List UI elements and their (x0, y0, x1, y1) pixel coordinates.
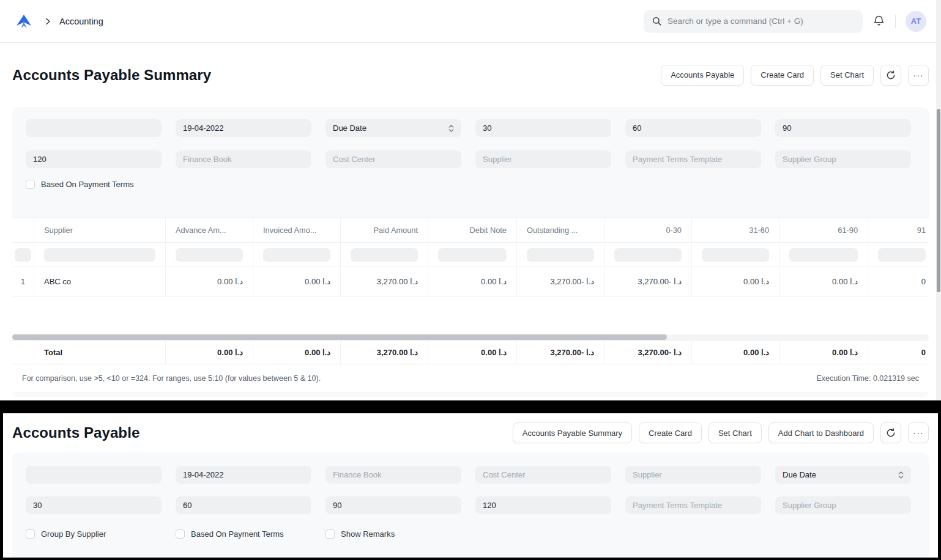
create-card-button[interactable]: Create Card (751, 65, 814, 86)
total-invoiced-amount: 0.00 د.ا (253, 341, 341, 364)
refresh-button[interactable] (880, 65, 901, 86)
filter-company-input[interactable] (26, 466, 162, 484)
filter-range4-input[interactable]: 120 (475, 496, 611, 514)
col-header-paid-amount[interactable]: Paid Amount (341, 218, 428, 242)
app-logo-icon[interactable] (16, 14, 32, 29)
filter-range1-input[interactable]: 30 (475, 119, 611, 137)
filter-payment-terms-template-input[interactable]: Payment Terms Template (625, 496, 761, 514)
column-filter-input[interactable] (351, 248, 418, 262)
scrollbar-thumb[interactable] (12, 334, 667, 340)
horizontal-scrollbar[interactable] (12, 334, 929, 340)
checkbox-box[interactable] (26, 529, 35, 539)
filter-finance-book-input[interactable]: Finance Book (176, 150, 311, 168)
create-card-button[interactable]: Create Card (639, 422, 702, 443)
col-header-advance-amount[interactable]: Advance Am... (166, 218, 253, 242)
page-title: Accounts Payable Summary (12, 67, 211, 84)
cell-outstanding[interactable]: 3,270.00- د.ا (517, 267, 604, 296)
col-header-91[interactable]: 91 (868, 218, 929, 242)
breadcrumb-chevron-icon (45, 18, 51, 25)
cell-0-30[interactable]: 3,270.00- د.ا (604, 267, 692, 296)
filter-ageing-based-on-select[interactable]: Due Date (325, 119, 461, 137)
filter-cost-center-input[interactable]: Cost Center (325, 150, 461, 168)
filter-cost-center-input[interactable]: Cost Center (475, 466, 611, 484)
filter-supplier-group-input[interactable]: Supplier Group (775, 150, 911, 168)
total-debit-note: 0.00 د.ا (428, 341, 517, 364)
cell-91[interactable]: 0 (868, 267, 929, 296)
column-filter-input[interactable] (702, 248, 769, 262)
table-row[interactable]: 1 ABC co 0.00 د.ا 0.00 د.ا 3,270.00 د.ا … (12, 267, 929, 297)
filter-company-input[interactable] (26, 119, 162, 137)
group-by-supplier-checkbox[interactable]: Group By Supplier (26, 529, 176, 539)
checkbox-label: Show Remarks (341, 529, 395, 539)
filter-range3-input[interactable]: 90 (775, 119, 911, 137)
checkbox-box[interactable] (176, 529, 185, 539)
accounts-payable-summary-section: Accounting AT Accounts Payable Summary (0, 0, 941, 400)
show-remarks-checkbox[interactable]: Show Remarks (325, 529, 395, 539)
column-filter-input[interactable] (176, 248, 243, 262)
set-chart-button[interactable]: Set Chart (709, 422, 762, 443)
based-on-payment-terms-checkbox[interactable]: Based On Payment Terms (26, 180, 134, 189)
checkbox-label: Based On Payment Terms (191, 529, 284, 539)
filter-range3-input[interactable]: 90 (325, 496, 461, 514)
search-input[interactable] (668, 17, 854, 26)
column-filter-input[interactable] (263, 248, 330, 262)
filter-ageing-based-on-select[interactable]: Due Date (775, 466, 911, 484)
checkbox-box[interactable] (325, 529, 335, 539)
menu-button[interactable]: ··· (908, 422, 929, 443)
notifications-bell-icon[interactable] (872, 15, 885, 28)
filter-payment-terms-template-input[interactable]: Payment Terms Template (625, 150, 761, 168)
col-header-supplier[interactable]: Supplier (34, 218, 166, 242)
menu-button[interactable]: ··· (908, 65, 929, 86)
accounts-payable-summary-button[interactable]: Accounts Payable Summary (513, 422, 632, 443)
based-on-payment-terms-checkbox[interactable]: Based On Payment Terms (176, 529, 325, 539)
select-chevrons-icon (898, 471, 904, 479)
filter-supplier-group-input[interactable]: Supplier Group (775, 496, 911, 514)
vertical-scrollbar[interactable] (936, 0, 941, 400)
cell-61-90[interactable]: 0.00 د.ا (779, 267, 868, 296)
col-header-31-60[interactable]: 31-60 (692, 218, 779, 242)
accounts-payable-button[interactable]: Accounts Payable (661, 65, 744, 86)
search-icon (652, 17, 661, 26)
col-header-debit-note[interactable]: Debit Note (428, 218, 517, 242)
cell-advance-amount[interactable]: 0.00 د.ا (166, 267, 253, 296)
cell-debit-note[interactable]: 0.00 د.ا (428, 267, 517, 296)
table-filter-row (12, 243, 929, 267)
filter-date-input[interactable]: 19-04-2022 (176, 466, 311, 484)
col-header-index[interactable] (12, 218, 34, 242)
add-chart-to-dashboard-button[interactable]: Add Chart to Dashboard (768, 422, 874, 443)
cell-invoiced-amount[interactable]: 0.00 د.ا (253, 267, 341, 296)
cell-31-60[interactable]: 0.00 د.ا (692, 267, 779, 296)
column-filter-input[interactable] (44, 248, 155, 262)
col-header-invoiced-amount[interactable]: Invoiced Amo... (253, 218, 341, 242)
column-filter-input[interactable] (527, 248, 594, 262)
column-filter-input[interactable] (438, 248, 507, 262)
filter-range1-input[interactable]: 30 (26, 496, 162, 514)
select-chevrons-icon (448, 124, 454, 133)
filter-supplier-input[interactable]: Supplier (625, 466, 761, 484)
column-filter-input[interactable] (789, 248, 858, 262)
total-outstanding: 3,270.00- د.ا (517, 341, 604, 364)
set-chart-button[interactable]: Set Chart (820, 65, 874, 86)
cell-paid-amount[interactable]: 3,270.00 د.ا (341, 267, 428, 296)
column-filter-input[interactable] (15, 248, 31, 262)
filter-range2-input[interactable]: 60 (176, 496, 311, 514)
breadcrumb[interactable]: Accounting (59, 17, 103, 26)
user-avatar[interactable]: AT (906, 11, 926, 32)
filter-range2-input[interactable]: 60 (625, 119, 761, 137)
ellipsis-icon: ··· (913, 429, 924, 437)
filter-finance-book-input[interactable]: Finance Book (325, 466, 461, 484)
vertical-scrollbar-thumb[interactable] (937, 109, 940, 292)
checkbox-label: Group By Supplier (41, 529, 106, 539)
refresh-button[interactable] (880, 422, 901, 443)
column-filter-input[interactable] (878, 248, 926, 262)
col-header-0-30[interactable]: 0-30 (604, 218, 692, 242)
col-header-61-90[interactable]: 61-90 (779, 218, 868, 242)
checkbox-box[interactable] (26, 180, 35, 189)
filter-supplier-input[interactable]: Supplier (475, 150, 611, 168)
column-filter-input[interactable] (614, 248, 682, 262)
filter-date-input[interactable]: 19-04-2022 (176, 119, 311, 137)
global-search[interactable] (644, 10, 863, 33)
col-header-outstanding[interactable]: Outstanding ... (517, 218, 604, 242)
cell-supplier[interactable]: ABC co (34, 267, 166, 296)
filter-range4-input[interactable]: 120 (26, 150, 162, 168)
